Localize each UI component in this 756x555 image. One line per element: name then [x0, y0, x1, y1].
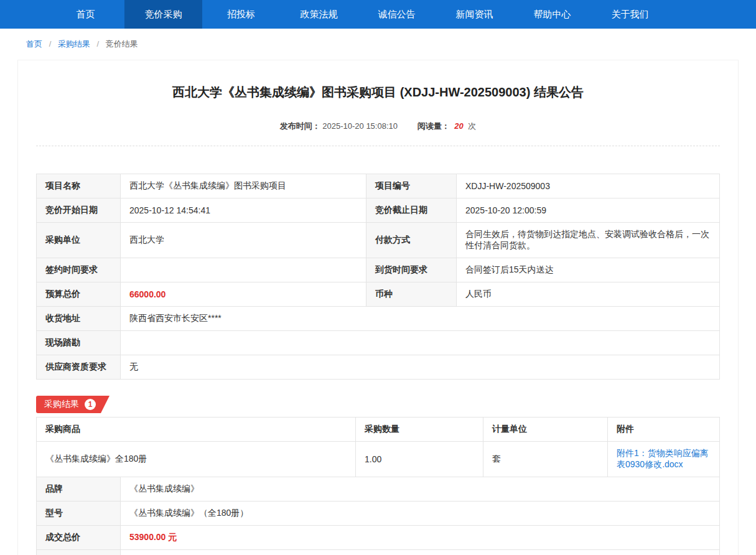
- info-label: 预算总价: [37, 282, 121, 307]
- info-label: 收货地址: [37, 307, 121, 331]
- detail-value: 上海世纪出版股份有限公司上海书店出版社: [121, 550, 720, 555]
- breadcrumb-home[interactable]: 首页: [26, 39, 42, 49]
- info-label: 竞价截止日期: [366, 198, 457, 223]
- product-unit: 套: [483, 442, 608, 477]
- info-value: 2025-10-12 14:54:41: [121, 198, 366, 223]
- breadcrumb: 首页 / 采购结果 / 竞价结果: [0, 29, 756, 56]
- info-label: 项目编号: [366, 174, 457, 198]
- nav-item-tendering[interactable]: 招投标: [202, 0, 280, 29]
- article-card: 西北大学《丛书集成续编》图书采购项目 (XDJJ-HW-202509003) 结…: [17, 60, 739, 555]
- purchase-result-table: 采购商品 采购数量 计量单位 附件 《丛书集成续编》全180册 1.00 套 附…: [36, 417, 720, 477]
- nav-item-policies[interactable]: 政策法规: [280, 0, 358, 29]
- publish-time-value: 2025-10-20 15:08:10: [322, 121, 398, 131]
- detail-value: 《丛书集成续编》: [121, 477, 720, 501]
- info-value: 合同生效后，待货物到达指定地点、安装调试验收合格后，一次性付清合同货款。: [457, 223, 720, 258]
- info-label: 付款方式: [366, 223, 457, 258]
- info-label: 币种: [366, 282, 457, 307]
- main-nav: 首页 竞价采购 招投标 政策法规 诚信公告 新闻资讯 帮助中心 关于我们: [0, 0, 756, 29]
- info-value: 合同签订后15天内送达: [457, 258, 720, 282]
- detail-label: 品牌: [37, 477, 121, 501]
- column-header: 附件: [608, 417, 720, 442]
- budget-total-value: 66000.00: [121, 282, 366, 307]
- info-value: [121, 258, 366, 282]
- table-row: 《丛书集成续编》全180册 1.00 套 附件1：货物类响应偏离表0930修改.…: [37, 442, 720, 477]
- table-row: 项目名称 西北大学《丛书集成续编》图书采购项目 项目编号 XDJJ-HW-202…: [37, 174, 720, 198]
- table-row: 供应商资质要求 无: [37, 355, 720, 380]
- detail-value: 《丛书集成续编》（全180册）: [121, 501, 720, 526]
- page-title: 西北大学《丛书集成续编》图书采购项目 (XDJJ-HW-202509003) 结…: [36, 84, 720, 101]
- article-meta: 发布时间： 2025-10-20 15:08:10 阅读量： 20 次: [36, 121, 720, 146]
- deal-total-price: 53900.00 元: [121, 526, 720, 550]
- nav-item-integrity-notice[interactable]: 诚信公告: [358, 0, 436, 29]
- breadcrumb-separator: /: [97, 39, 100, 49]
- nav-item-help-center[interactable]: 帮助中心: [513, 0, 591, 29]
- info-value: 人民币: [457, 282, 720, 307]
- publish-time-label: 发布时间：: [280, 121, 320, 131]
- info-label: 项目名称: [37, 174, 121, 198]
- nav-item-home[interactable]: 首页: [47, 0, 124, 29]
- product-quantity: 1.00: [356, 442, 483, 477]
- column-header: 采购商品: [37, 417, 356, 442]
- table-row: 现场踏勘: [37, 331, 720, 355]
- result-detail-table: 品牌 《丛书集成续编》 型号 《丛书集成续编》（全180册） 成交总价 5390…: [36, 477, 720, 555]
- table-row: 收货地址 陕西省西安市长安区****: [37, 307, 720, 331]
- table-row: 成交供应商 上海世纪出版股份有限公司上海书店出版社: [37, 550, 720, 555]
- info-value: 无: [121, 355, 720, 380]
- purchase-result-badge: 采购结果 1: [36, 396, 110, 413]
- info-value: 西北大学《丛书集成续编》图书采购项目: [121, 174, 366, 198]
- attachment-link[interactable]: 附件1：货物类响应偏离表0930修改.docx: [617, 448, 709, 469]
- nav-item-about-us[interactable]: 关于我们: [591, 0, 669, 29]
- breadcrumb-separator: /: [49, 39, 52, 49]
- info-label: 供应商资质要求: [37, 355, 121, 380]
- views-count: 20: [454, 121, 463, 131]
- info-value: [121, 331, 720, 355]
- table-header-row: 采购商品 采购数量 计量单位 附件: [37, 417, 720, 442]
- table-row: 成交总价 53900.00 元: [37, 526, 720, 550]
- info-label: 签约时间要求: [37, 258, 121, 282]
- info-value: 陕西省西安市长安区****: [121, 307, 720, 331]
- detail-label: 成交供应商: [37, 550, 121, 555]
- product-name: 《丛书集成续编》全180册: [37, 442, 356, 477]
- info-label: 现场踏勘: [37, 331, 121, 355]
- views-suffix: 次: [468, 121, 476, 131]
- project-info-table: 项目名称 西北大学《丛书集成续编》图书采购项目 项目编号 XDJJ-HW-202…: [36, 174, 720, 380]
- table-row: 品牌 《丛书集成续编》: [37, 477, 720, 501]
- info-label: 采购单位: [37, 223, 121, 258]
- purchase-result-count: 1: [85, 399, 96, 410]
- table-row: 预算总价 66000.00 币种 人民币: [37, 282, 720, 307]
- column-header: 采购数量: [356, 417, 483, 442]
- detail-label: 成交总价: [37, 526, 121, 550]
- column-header: 计量单位: [483, 417, 608, 442]
- detail-label: 型号: [37, 501, 121, 526]
- table-row: 采购单位 西北大学 付款方式 合同生效后，待货物到达指定地点、安装调试验收合格后…: [37, 223, 720, 258]
- table-row: 竞价开始日期 2025-10-12 14:54:41 竞价截止日期 2025-1…: [37, 198, 720, 223]
- nav-item-bidding-purchase[interactable]: 竞价采购: [124, 0, 202, 29]
- purchase-result-badge-label: 采购结果: [44, 399, 79, 410]
- info-label: 竞价开始日期: [37, 198, 121, 223]
- info-value: XDJJ-HW-202509003: [457, 174, 720, 198]
- table-row: 签约时间要求 到货时间要求 合同签订后15天内送达: [37, 258, 720, 282]
- breadcrumb-purchase-results[interactable]: 采购结果: [58, 39, 90, 49]
- nav-item-news[interactable]: 新闻资讯: [436, 0, 513, 29]
- info-value: 2025-10-20 12:00:59: [457, 198, 720, 223]
- views-label: 阅读量：: [418, 121, 450, 131]
- info-value: 西北大学: [121, 223, 366, 258]
- result-badge-row: 采购结果 1: [36, 396, 720, 413]
- attachment-cell: 附件1：货物类响应偏离表0930修改.docx: [608, 442, 720, 477]
- table-row: 型号 《丛书集成续编》（全180册）: [37, 501, 720, 526]
- breadcrumb-current: 竞价结果: [106, 39, 138, 49]
- info-label: 到货时间要求: [366, 258, 457, 282]
